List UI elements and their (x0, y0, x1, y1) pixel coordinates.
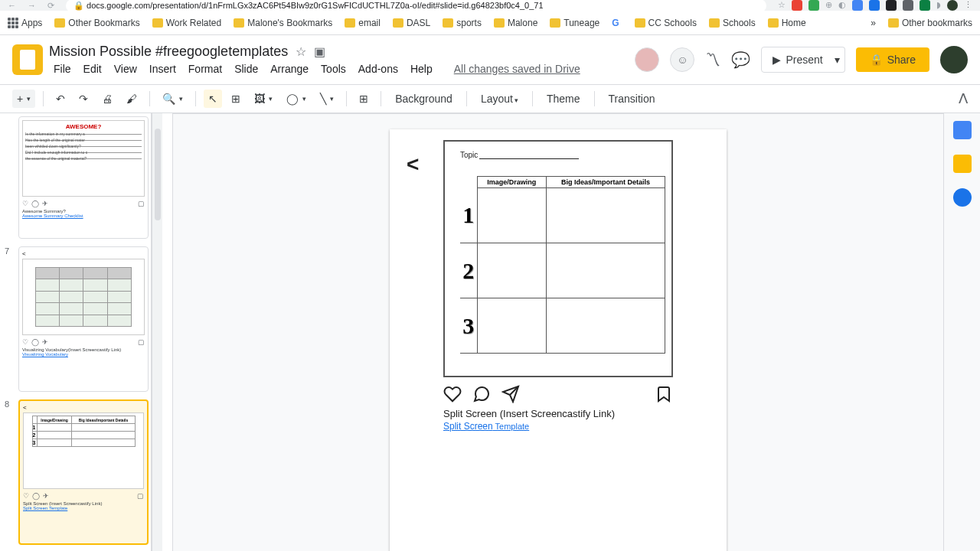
menu-slide[interactable]: Slide (230, 61, 263, 77)
bookmarks-overflow[interactable]: » (871, 18, 876, 28)
slide-caption: Split Screen (Insert Screencastify Link) (443, 408, 673, 419)
menu-addons[interactable]: Add-ons (354, 61, 403, 77)
document-title[interactable]: Mission Possible #freegoogletemplates (49, 44, 288, 60)
share-button[interactable]: 🔒Share (856, 47, 929, 72)
anonymous-collaborator-icon[interactable]: ☺ (670, 47, 694, 72)
bookmark-folder[interactable]: Home (768, 18, 806, 28)
layout-button[interactable]: Layout▾ (475, 90, 524, 108)
extension-icons[interactable]: ☆ ⊕ ◐ ◗ ⋮ (778, 0, 972, 11)
star-icon[interactable]: ☆ (296, 44, 306, 59)
send-icon: ✈ (42, 338, 48, 346)
menu-format[interactable]: Format (184, 61, 227, 77)
move-to-folder-icon[interactable]: ▣ (314, 44, 325, 59)
menu-tools[interactable]: Tools (316, 61, 351, 77)
textbox-button[interactable]: ⊞ (227, 90, 245, 108)
row-number: 1 (460, 188, 477, 243)
comments-icon[interactable]: 💬 (731, 51, 750, 69)
bookmark-folder[interactable]: Work Related (152, 18, 221, 28)
shape-button[interactable]: ◯▾ (282, 90, 311, 108)
send-icon: ✈ (42, 200, 48, 207)
slide-thumbnail[interactable]: AWESOME? Is the information in my summar… (18, 116, 149, 239)
menu-view[interactable]: View (109, 61, 142, 77)
menu-arrange[interactable]: Arrange (266, 61, 313, 77)
template-link[interactable]: Split Screen Template (443, 421, 673, 432)
zoom-button[interactable]: 🔍▾ (158, 90, 188, 108)
reload-icon[interactable]: ⟳ (47, 1, 54, 11)
calendar-icon[interactable] (953, 121, 972, 139)
account-avatar[interactable] (940, 46, 968, 73)
apps-shortcut[interactable]: Apps (8, 18, 42, 28)
save-status[interactable]: All changes saved in Drive (449, 61, 585, 77)
bookmark-icon (655, 385, 673, 403)
undo-button[interactable]: ↶ (51, 90, 70, 108)
slide-thumbnail[interactable]: < ♡◯✈▢ Visualizing Vocabulary(Insert Scr… (18, 246, 149, 392)
bookmark-folder[interactable]: Tuneage (550, 18, 599, 28)
line-button[interactable]: ╲▾ (315, 90, 338, 108)
menu-insert[interactable]: Insert (145, 61, 181, 77)
paint-format-button[interactable]: 🖌 (122, 90, 142, 108)
menu-bar: File Edit View Insert Format Slide Arran… (49, 61, 629, 77)
bookmarks-bar: Apps Other Bookmarks Work Related Malone… (0, 11, 980, 35)
ruler-vertical (162, 113, 173, 551)
present-options-dropdown[interactable]: ▾ (830, 47, 845, 73)
canvas-area: < Topic Image/Drawing Big Ideas/Importan… (162, 113, 943, 551)
new-slide-button[interactable]: +▾ (12, 90, 35, 108)
heart-icon (443, 385, 462, 403)
select-tool[interactable]: ↖ (204, 90, 222, 108)
keep-icon[interactable] (953, 155, 972, 173)
bookmark-folder[interactable]: CC Schools (635, 18, 697, 28)
topic-label: Topic (460, 151, 665, 159)
hide-menus-icon[interactable]: ᐱ (959, 90, 968, 107)
redo-button[interactable]: ↷ (74, 90, 93, 108)
transition-button[interactable]: Transition (603, 90, 662, 108)
heart-icon: ♡ (22, 338, 28, 346)
browser-nav-bar: ← → ⟳ 🔒 docs.google.com/presentation/d/1… (0, 0, 980, 11)
back-arrow-icon[interactable]: ← (8, 1, 16, 10)
app-header: Mission Possible #freegoogletemplates ☆ … (0, 35, 980, 84)
bookmark-folder[interactable]: sports (443, 18, 482, 28)
menu-edit[interactable]: Edit (79, 61, 106, 77)
filmstrip-scrollbar[interactable] (152, 113, 162, 551)
send-icon (501, 385, 520, 403)
bookmark-folder[interactable]: Other Bookmarks (54, 18, 139, 28)
other-bookmarks[interactable]: Other bookmarks (888, 18, 972, 28)
comment-icon: ◯ (31, 338, 39, 346)
slide-thumbnail-selected[interactable]: < Image/DrawingBig Ideas/Important Detai… (18, 399, 149, 545)
ruler-horizontal (173, 113, 943, 114)
theme-button[interactable]: Theme (541, 90, 586, 108)
column-header: Big Ideas/Important Details (547, 177, 665, 188)
toolbar: +▾ ↶ ↷ 🖨 🖌 🔍▾ ↖ ⊞ 🖼▾ ◯▾ ╲▾ ⊞ Background … (0, 84, 980, 113)
menu-help[interactable]: Help (406, 61, 437, 77)
background-button[interactable]: Background (389, 90, 459, 108)
collaborator-avatar[interactable] (635, 47, 659, 72)
bookmark-folder[interactable]: Malone's Bookmarks (234, 18, 332, 28)
comment-icon: ◯ (31, 200, 39, 207)
comment-button[interactable]: ⊞ (354, 90, 373, 108)
heart-icon: ♡ (22, 200, 28, 207)
print-button[interactable]: 🖨 (97, 90, 117, 108)
slide-filmstrip[interactable]: AWESOME? Is the information in my summar… (0, 113, 152, 551)
slides-logo-icon[interactable] (12, 44, 43, 75)
send-icon: ✈ (43, 492, 49, 500)
bookmark-link[interactable]: G (612, 18, 622, 28)
comment-icon: ◯ (32, 492, 40, 500)
bookmark-folder[interactable]: Schools (709, 18, 756, 28)
comment-icon (472, 385, 491, 403)
forward-arrow-icon[interactable]: → (28, 1, 36, 10)
tasks-icon[interactable] (953, 188, 972, 207)
bookmark-folder[interactable]: DASL (393, 18, 430, 28)
slide-canvas[interactable]: < Topic Image/Drawing Big Ideas/Importan… (390, 129, 727, 551)
row-number: 2 (460, 243, 477, 298)
bookmark-icon: ▢ (137, 492, 144, 500)
bookmark-folder[interactable]: email (345, 18, 381, 28)
present-button[interactable]: ▶Present (761, 47, 834, 73)
activity-icon[interactable]: 〽 (705, 51, 720, 69)
image-button[interactable]: 🖼▾ (250, 90, 277, 108)
menu-file[interactable]: File (49, 61, 76, 77)
heart-icon: ♡ (23, 492, 29, 500)
back-chevron-icon: < (407, 152, 419, 177)
bookmark-folder[interactable]: Malone (494, 18, 537, 28)
url-bar[interactable]: 🔒 docs.google.com/presentation/d/1nFrmLG… (66, 0, 766, 12)
slide-number: 8 (5, 399, 9, 409)
slide-number: 7 (5, 246, 9, 256)
